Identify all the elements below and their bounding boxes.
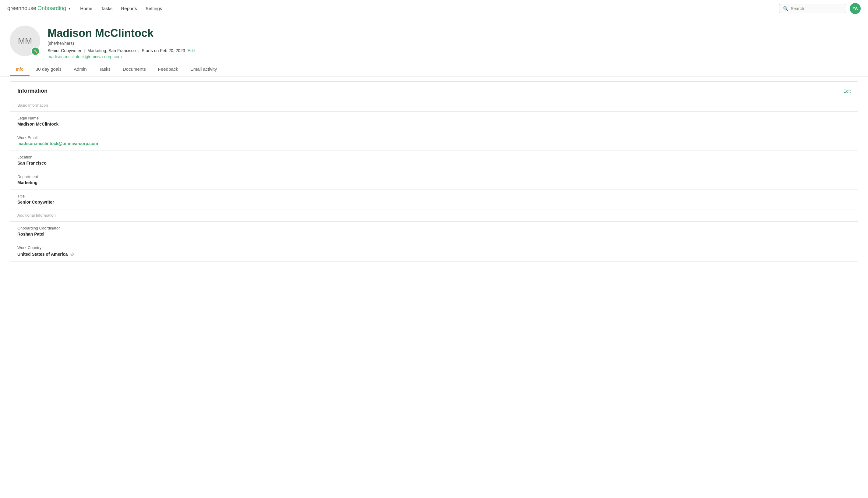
section-edit-link[interactable]: Edit	[843, 89, 851, 94]
navbar-right: 🔍 YA	[779, 3, 861, 14]
field-legal-name: Legal Name Madison McClintock	[10, 112, 858, 131]
field-value-department: Marketing	[17, 180, 851, 185]
brand-onboarding-text: Onboarding	[38, 5, 66, 12]
field-label-work-country: Work Country	[17, 245, 851, 250]
country-edit-icon[interactable]: ⊘	[70, 251, 74, 257]
field-label-department: Department	[17, 174, 851, 179]
field-department: Department Marketing	[10, 170, 858, 189]
tab-documents[interactable]: Documents	[117, 63, 152, 76]
field-label-onboarding-coordinator: Onboarding Coordinator	[17, 226, 851, 231]
tab-tasks[interactable]: Tasks	[93, 63, 117, 76]
field-location: Location San Francisco	[10, 150, 858, 170]
field-label-work-email: Work Email	[17, 135, 851, 140]
field-value-location: San Francisco	[17, 161, 851, 166]
nav-reports[interactable]: Reports	[121, 6, 137, 11]
profile-email[interactable]: madison.mcclintock@omniva-corp.com	[48, 54, 122, 59]
avatar-container: MM ✏️	[10, 26, 40, 56]
field-work-country: Work Country United States of America ⊘	[10, 241, 858, 261]
field-value-work-country-container: United States of America ⊘	[17, 251, 851, 257]
basic-info-header: Basic Information	[10, 99, 858, 112]
profile-meta: Senior Copywriter | Marketing, San Franc…	[48, 48, 858, 53]
field-work-email: Work Email madison.mcclintock@omniva-cor…	[10, 131, 858, 150]
field-label-legal-name: Legal Name	[17, 116, 851, 120]
profile-dept-location: Marketing, San Francisco	[87, 48, 136, 53]
field-value-work-email[interactable]: madison.mcclintock@omniva-corp.com	[17, 141, 98, 146]
profile-edit-link[interactable]: Edit	[188, 48, 195, 53]
nav-settings[interactable]: Settings	[146, 6, 162, 11]
information-section: Information Edit Basic Information Legal…	[10, 81, 858, 262]
tab-email-activity[interactable]: Email activity	[184, 63, 223, 76]
tabs-bar: Info 30 day goals Admin Tasks Documents …	[0, 63, 868, 77]
profile-start-date: Starts on Feb 20, 2023	[141, 48, 185, 53]
nav-links: Home Tasks Reports Settings	[80, 6, 162, 11]
tab-feedback[interactable]: Feedback	[152, 63, 184, 76]
nav-home[interactable]: Home	[80, 6, 92, 11]
profile-pronouns: (she/her/hers)	[48, 41, 858, 46]
main-content: Information Edit Basic Information Legal…	[0, 81, 868, 271]
tab-admin[interactable]: Admin	[68, 63, 93, 76]
search-input[interactable]	[791, 6, 839, 11]
profile-name: Madison McClintock	[48, 27, 858, 40]
field-title: Title Senior Copywriter	[10, 189, 858, 209]
field-label-title: Title	[17, 194, 851, 198]
meta-separator-2: |	[138, 48, 139, 53]
avatar-edit-button[interactable]: ✏️	[31, 47, 40, 55]
field-value-title: Senior Copywriter	[17, 200, 851, 205]
brand-greenhouse-text: greenhouse	[7, 5, 36, 12]
tab-30day[interactable]: 30 day goals	[29, 63, 68, 76]
user-avatar[interactable]: YA	[850, 3, 861, 14]
field-value-work-country: United States of America	[17, 252, 68, 257]
search-icon: 🔍	[783, 6, 788, 11]
additional-info-header: Additional Information	[10, 209, 858, 222]
section-header: Information Edit	[10, 82, 858, 99]
field-label-location: Location	[17, 155, 851, 159]
brand-caret-icon[interactable]: ▾	[69, 6, 70, 11]
field-onboarding-coordinator: Onboarding Coordinator Roshan Patel	[10, 222, 858, 241]
field-value-legal-name: Madison McClintock	[17, 122, 851, 127]
tab-info[interactable]: Info	[10, 63, 29, 76]
brand: greenhouse Onboarding ▾	[7, 5, 70, 12]
field-value-onboarding-coordinator: Roshan Patel	[17, 232, 851, 236]
profile-info: Madison McClintock (she/her/hers) Senior…	[48, 26, 858, 59]
section-title: Information	[17, 88, 48, 94]
profile-title: Senior Copywriter	[48, 48, 81, 53]
navbar: greenhouse Onboarding ▾ Home Tasks Repor…	[0, 0, 868, 17]
search-box[interactable]: 🔍	[779, 4, 846, 13]
profile-header: MM ✏️ Madison McClintock (she/her/hers) …	[0, 17, 868, 63]
meta-separator-1: |	[84, 48, 85, 53]
nav-tasks[interactable]: Tasks	[101, 6, 112, 11]
